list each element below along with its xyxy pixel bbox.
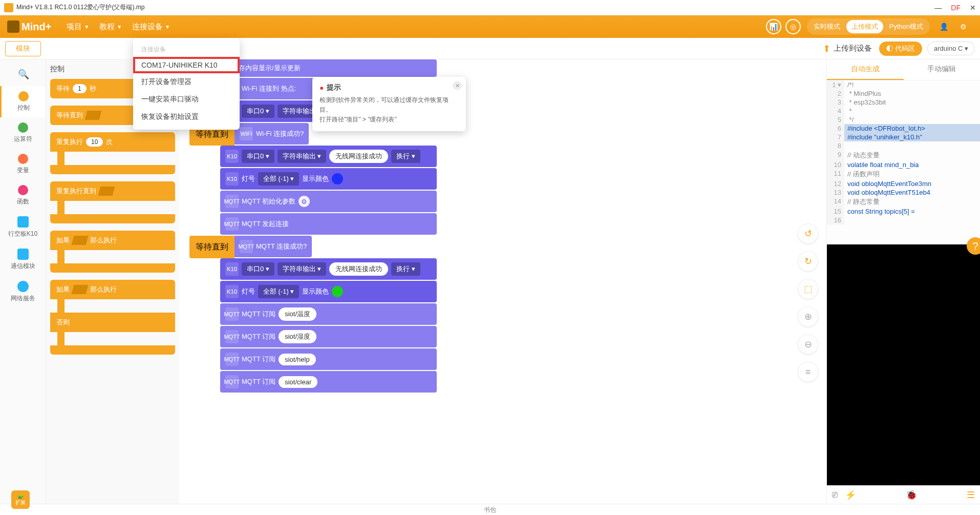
monitor-icon-button[interactable]: ◎ xyxy=(785,19,801,34)
code-line: 4 * xyxy=(827,107,980,115)
zoom-in-button[interactable]: ⊕ xyxy=(798,306,818,327)
usb-flash-icon[interactable]: ⚡ xyxy=(845,489,856,501)
puzzle-icon: 🧩 xyxy=(17,493,24,499)
module-tab[interactable]: 模块 xyxy=(5,41,41,56)
block-repeat-until[interactable]: 重复执行直到 xyxy=(50,181,175,223)
chart-icon-button[interactable]: 📊 xyxy=(766,19,781,34)
duplicate-button[interactable]: DF xyxy=(951,4,961,12)
code-line: 11// 函数声明 xyxy=(827,169,980,179)
category-operators[interactable]: 运算符 xyxy=(0,117,46,149)
mode-python[interactable]: Python模式 xyxy=(884,20,928,33)
code-area-toggle[interactable]: ◐ 代码区 xyxy=(879,42,922,56)
tip-close-button[interactable]: ✕ xyxy=(453,81,462,90)
code-line: 7#include "unihiker_k10.h" xyxy=(827,133,980,141)
search-icon: 🔍 xyxy=(18,69,28,79)
close-button[interactable]: ✕ xyxy=(970,4,976,12)
console-menu-icon[interactable]: ☰ xyxy=(967,489,975,501)
block-mqtt-sub-2[interactable]: MQTTMQTT 订阅siot/湿度 xyxy=(220,326,437,347)
code-editor[interactable]: 1 ▾/*!2 * MindPlus3 * esp32s3bit4 *5 */6… xyxy=(827,80,980,244)
connect-device-dropdown: 连接设备 COM17-UNIHIKER K10 打开设备管理器 一键安装串口驱动… xyxy=(133,38,240,130)
extension-button[interactable]: 🧩扩展 xyxy=(11,490,30,509)
block-mqtt-sub-4[interactable]: MQTTMQTT 订阅siot/clear xyxy=(220,371,437,393)
block-serial-out-2[interactable]: K10串口0 ▾字符串输出 ▾无线网连接成功换行 ▾ xyxy=(220,146,437,167)
code-line: 14// 静态常量 xyxy=(827,197,980,207)
serial-console[interactable]: ? xyxy=(827,244,980,485)
block-led-green[interactable]: K10灯号全部 (-1) ▾显示颜色 xyxy=(220,281,437,302)
warning-icon: ● xyxy=(319,84,324,92)
mode-switcher: 实时模式 上传模式 Python模式 xyxy=(807,18,930,35)
code-line: 6#include <DFRobot_Iot.h> xyxy=(827,124,980,133)
menu-connect-device[interactable]: 连接设备▼ xyxy=(132,22,170,32)
tab-manual-edit[interactable]: 手动编辑 xyxy=(904,59,981,80)
code-line: 3 * esp32s3bit xyxy=(827,98,980,107)
menu-tutorial[interactable]: 教程▼ xyxy=(99,22,122,32)
block-wait-mqtt[interactable]: 等待直到 MQTTMQTT 连接成功? xyxy=(189,236,437,258)
upload-icon: ⬆ xyxy=(823,43,830,54)
mqtt-icon: MQTT xyxy=(225,195,239,208)
zoom-reset-button[interactable]: ≡ xyxy=(798,362,818,382)
color-swatch-green[interactable] xyxy=(332,286,343,297)
script-canvas[interactable]: 将缓存内容显示/显示更新 WIFIWi-Fi 连接到 热点: K10串口0 ▾字… xyxy=(179,59,826,504)
code-line: 15const String topics[5] = xyxy=(827,207,980,216)
block-repeat[interactable]: 重复执行10次 xyxy=(50,132,175,174)
category-strip: 🔍 控制 运算符 变量 函数 行空板K10 通信模块 网络服务 xyxy=(0,59,46,504)
block-mqtt-init[interactable]: MQTTMQTT 初始化参数⚙ xyxy=(220,191,437,212)
color-swatch-blue[interactable] xyxy=(332,173,343,184)
settings-gear-icon[interactable]: ⚙ xyxy=(955,19,971,34)
code-line: 9// 动态变量 xyxy=(827,150,980,160)
code-line: 16 xyxy=(827,216,980,224)
console-toolbar: ⎚ ⚡ 🐞 ☰ xyxy=(827,485,980,504)
tip-popup: ✕ ●提示 检测到软件异常关闭，可以通过缓存文件恢复项目。打开路径"项目" > … xyxy=(312,77,466,131)
category-net[interactable]: 网络服务 xyxy=(0,276,46,308)
canvas-controls: ↺ ↻ ⬚ ⊕ ⊖ ≡ xyxy=(798,223,818,382)
install-serial-driver[interactable]: 一键安装串口驱动 xyxy=(133,91,240,108)
app-icon xyxy=(4,3,13,12)
device-com17[interactable]: COM17-UNIHIKER K10 xyxy=(133,57,240,73)
mode-upload[interactable]: 上传模式 xyxy=(846,20,883,33)
restore-device-settings[interactable]: 恢复设备初始设置 xyxy=(133,108,240,126)
antenna-icon xyxy=(17,249,29,260)
chip-icon xyxy=(17,216,29,228)
wifi-icon: WIFI xyxy=(240,127,253,140)
undo-button[interactable]: ↺ xyxy=(798,223,818,244)
menubar: Mind+ 项目▼ 教程▼ 连接设备▼ 📊 ◎ 实时模式 上传模式 Python… xyxy=(0,15,980,38)
category-comm[interactable]: 通信模块 xyxy=(0,243,46,276)
block-led-blue[interactable]: K10灯号全部 (-1) ▾显示颜色 xyxy=(220,168,437,190)
code-line: 10volatile float mind_n_bia xyxy=(827,160,980,169)
app-logo: Mind+ xyxy=(7,20,51,33)
block-mqtt-sub-3[interactable]: MQTTMQTT 订阅siot/help xyxy=(220,348,437,370)
block-if[interactable]: 如果那么执行 xyxy=(50,231,175,273)
open-device-manager[interactable]: 打开设备管理器 xyxy=(133,73,240,91)
search-button[interactable]: 🔍 xyxy=(0,64,46,86)
code-line: 8 xyxy=(827,141,980,150)
block-serial-out-3[interactable]: K10串口0 ▾字符串输出 ▾无线网连接成功换行 ▾ xyxy=(220,258,437,280)
dropdown-header: 连接设备 xyxy=(133,42,240,57)
bug-icon[interactable]: 🐞 xyxy=(906,489,917,501)
category-control[interactable]: 控制 xyxy=(0,86,46,117)
block-cache-display[interactable]: 将缓存内容显示/显示更新 xyxy=(220,59,437,77)
block-mqtt-connect[interactable]: MQTTMQTT 发起连接 xyxy=(220,213,437,235)
help-button[interactable]: ? xyxy=(967,237,980,255)
globe-icon xyxy=(17,281,29,292)
code-line: 12void obloqMqttEventToe3mn xyxy=(827,179,980,188)
zoom-out-button[interactable]: ⊖ xyxy=(798,334,818,355)
redo-button[interactable]: ↻ xyxy=(798,251,818,272)
backpack-footer[interactable]: 书包 xyxy=(0,504,980,515)
block-if-else[interactable]: 如果那么执行 否则 xyxy=(50,280,175,355)
block-mqtt-sub-1[interactable]: MQTTMQTT 订阅siot/温度 xyxy=(220,303,437,325)
user-icon[interactable]: 👤 xyxy=(936,19,951,34)
usb-icon[interactable]: ⎚ xyxy=(832,489,838,501)
upload-to-device-button[interactable]: ⬆上传到设备 xyxy=(823,43,872,54)
language-select[interactable]: arduino C ▾ xyxy=(927,42,975,55)
minimize-button[interactable]: — xyxy=(934,4,942,12)
crop-button[interactable]: ⬚ xyxy=(798,279,818,299)
mode-realtime[interactable]: 实时模式 xyxy=(808,20,845,33)
gear-icon[interactable]: ⚙ xyxy=(299,196,310,207)
tab-auto-generate[interactable]: 自动生成 xyxy=(827,59,904,80)
category-k10[interactable]: 行空板K10 xyxy=(0,211,46,243)
window-titlebar: Mind+ V1.8.1 RC1.0 0112爱心守护(父母端).mp — DF… xyxy=(0,0,980,15)
category-functions[interactable]: 函数 xyxy=(0,180,46,211)
code-line: 13void obloqMqttEventT51eb4 xyxy=(827,188,980,197)
menu-project[interactable]: 项目▼ xyxy=(67,22,89,32)
category-variables[interactable]: 变量 xyxy=(0,149,46,180)
